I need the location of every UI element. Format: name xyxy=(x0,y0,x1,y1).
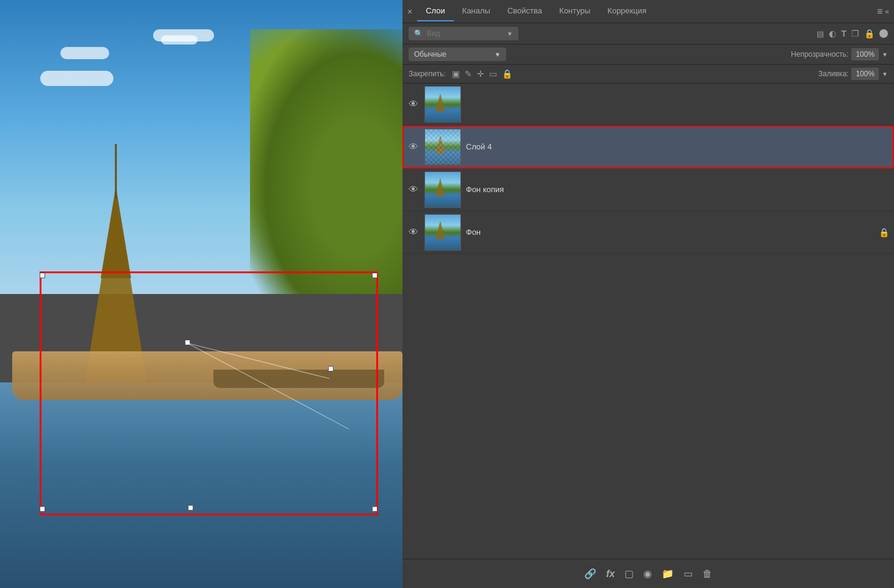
link-layers-icon[interactable]: 🔗 xyxy=(584,568,596,579)
layer-name-layer4: Слой 4 xyxy=(466,142,889,151)
tab-properties[interactable]: Свойства xyxy=(499,1,551,21)
filter-circle-icon[interactable]: ◐ xyxy=(829,29,836,38)
fx-icon[interactable]: fx xyxy=(606,568,615,579)
layer-thumb-layer4 xyxy=(424,129,461,165)
blend-mode-select[interactable]: Обычные ▼ xyxy=(409,48,506,61)
adjustment-icon[interactable]: ◉ xyxy=(643,568,652,579)
tower-top xyxy=(115,144,117,199)
fill-chevron-icon: ▼ xyxy=(882,71,888,77)
layers-toolbar: 🔍 ▼ ▤ ◐ T ❐ 🔒 xyxy=(402,23,894,45)
lock-icons: ▣ ✎ ✛ ▭ 🔒 xyxy=(452,69,512,79)
thumb-image-fon xyxy=(425,215,460,250)
layer-lock-icon: 🔒 xyxy=(879,228,889,237)
blend-chevron-icon: ▼ xyxy=(495,51,501,58)
filter-dot-button[interactable] xyxy=(879,29,888,38)
cloud xyxy=(60,47,109,59)
canvas-water xyxy=(0,382,402,588)
cloud xyxy=(40,71,113,86)
layer-item-partial[interactable]: 👁 xyxy=(402,84,894,126)
canvas-bridge xyxy=(213,370,384,388)
tab-correction[interactable]: Коррекция xyxy=(599,1,655,21)
lock-artboard-icon[interactable]: ▭ xyxy=(489,69,497,79)
blend-mode-label: Обычные xyxy=(414,50,446,59)
tab-layers[interactable]: Слои xyxy=(417,1,454,21)
opacity-row: Непрозрачность: 100% ▼ xyxy=(791,48,888,60)
thumb-image-fon-kopiya xyxy=(425,172,460,207)
layer-visibility-fon[interactable]: 👁 xyxy=(407,227,420,238)
filter-text-icon[interactable]: T xyxy=(841,29,846,38)
panel-area: × Слои Каналы Свойства Контуры Коррекция… xyxy=(402,0,894,588)
opacity-label: Непрозрачность: xyxy=(791,50,848,59)
search-input[interactable] xyxy=(427,29,503,38)
chevron-down-icon: ▼ xyxy=(507,30,513,37)
tower-mid xyxy=(101,187,131,278)
panel-header: × Слои Каналы Свойства Контуры Коррекция… xyxy=(402,0,894,23)
layers-list[interactable]: 👁 👁 Слой 4 👁 Фон копия 👁 xyxy=(402,84,894,559)
layer-visibility-partial[interactable]: 👁 xyxy=(407,99,420,110)
layer-item-fon[interactable]: 👁 Фон 🔒 xyxy=(402,211,894,254)
new-layer-icon[interactable]: ▭ xyxy=(684,568,693,579)
canvas-trees xyxy=(250,29,402,294)
layer-item-layer4[interactable]: 👁 Слой 4 xyxy=(402,126,894,168)
lock-all-icon[interactable]: 🔒 xyxy=(502,69,512,79)
filter-lock-icon[interactable]: 🔒 xyxy=(864,29,874,38)
close-button[interactable]: × xyxy=(407,7,412,16)
thumb-image-partial xyxy=(425,87,460,122)
fill-row: Заливка: 100% ▼ xyxy=(818,68,888,80)
filter-image-icon[interactable]: ▤ xyxy=(817,29,824,38)
opacity-value[interactable]: 100% xyxy=(851,48,879,60)
layer-item-fon-kopiya[interactable]: 👁 Фон копия xyxy=(402,168,894,211)
collapse-button[interactable]: « xyxy=(885,7,889,16)
canvas-area xyxy=(0,0,402,588)
layer-name-fon: Фон xyxy=(466,228,874,237)
add-mask-icon[interactable]: ▢ xyxy=(624,568,634,579)
delete-layer-icon[interactable]: 🗑 xyxy=(703,568,712,579)
panel-menu-button[interactable]: ≡ xyxy=(877,6,882,17)
lock-paint-icon[interactable]: ✎ xyxy=(465,69,472,79)
opacity-chevron-icon: ▼ xyxy=(882,51,888,58)
layers-bottom-toolbar: 🔗 fx ▢ ◉ 📁 ▭ 🗑 xyxy=(402,559,894,588)
tab-channels[interactable]: Каналы xyxy=(454,1,499,21)
lock-move-icon[interactable]: ✛ xyxy=(477,69,484,79)
panel-tabs: Слои Каналы Свойства Контуры Коррекция xyxy=(417,1,877,21)
layer-thumb-fon-kopiya xyxy=(424,171,461,208)
filter-shape-icon[interactable]: ❐ xyxy=(851,29,859,38)
search-icon: 🔍 xyxy=(414,29,423,38)
fill-label: Заливка: xyxy=(818,70,849,78)
lock-label: Закрепить: xyxy=(409,70,446,78)
lock-pixels-icon[interactable]: ▣ xyxy=(452,69,460,79)
layer-thumb-fon xyxy=(424,214,461,251)
cloud xyxy=(153,29,214,41)
fill-value[interactable]: 100% xyxy=(851,68,879,80)
tab-paths[interactable]: Контуры xyxy=(551,1,599,21)
filter-icons: ▤ ◐ T ❐ 🔒 xyxy=(817,29,888,38)
layer-visibility-fon-kopiya[interactable]: 👁 xyxy=(407,184,420,195)
layer-visibility-layer4[interactable]: 👁 xyxy=(407,142,420,152)
lock-row: Закрепить: ▣ ✎ ✛ ▭ 🔒 Заливка: 100% ▼ xyxy=(402,65,894,84)
search-box[interactable]: 🔍 ▼ xyxy=(409,27,518,40)
layer-name-fon-kopiya: Фон копия xyxy=(466,185,889,194)
group-icon[interactable]: 📁 xyxy=(662,568,674,579)
layer-thumb-partial xyxy=(424,86,461,123)
blend-mode-row: Обычные ▼ Непрозрачность: 100% ▼ xyxy=(402,45,894,65)
thumb-image-layer4 xyxy=(425,129,460,165)
